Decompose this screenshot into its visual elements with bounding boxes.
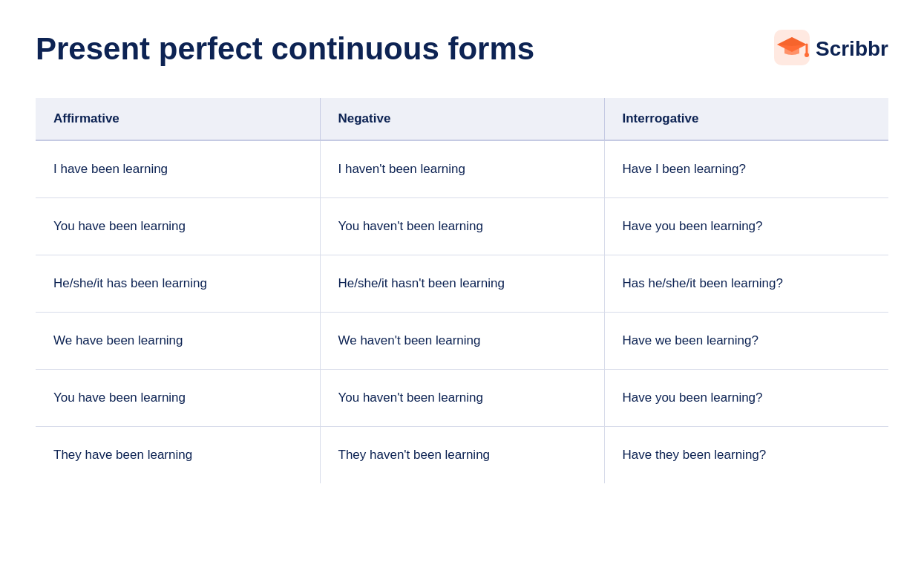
table-row: He/she/it has been learningHe/she/it has… <box>36 255 888 313</box>
cell-negative-0: I haven't been learning <box>320 140 604 198</box>
cell-affirmative-4: You have been learning <box>36 370 320 427</box>
cell-negative-3: We haven't been learning <box>320 313 604 370</box>
cell-interrogative-1: Have you been learning? <box>604 198 888 255</box>
col-header-negative: Negative <box>320 98 604 140</box>
cell-negative-2: He/she/it hasn't been learning <box>320 255 604 313</box>
col-header-interrogative: Interrogative <box>604 98 888 140</box>
cell-negative-4: You haven't been learning <box>320 370 604 427</box>
cell-interrogative-5: Have they been learning? <box>604 427 888 484</box>
cell-negative-5: They haven't been learning <box>320 427 604 484</box>
cell-affirmative-3: We have been learning <box>36 313 320 370</box>
col-header-affirmative: Affirmative <box>36 98 320 140</box>
cell-affirmative-5: They have been learning <box>36 427 320 484</box>
page-header: Present perfect continuous forms Scribbr <box>36 30 888 68</box>
svg-point-4 <box>805 53 809 57</box>
scribbr-logo-icon <box>774 30 810 68</box>
cell-affirmative-1: You have been learning <box>36 198 320 255</box>
table-row: We have been learningWe haven't been lea… <box>36 313 888 370</box>
table-row: I have been learningI haven't been learn… <box>36 140 888 198</box>
page-title: Present perfect continuous forms <box>36 32 534 66</box>
scribbr-logo-text: Scribbr <box>816 37 888 61</box>
table-row: You have been learningYou haven't been l… <box>36 370 888 427</box>
cell-interrogative-2: Has he/she/it been learning? <box>604 255 888 313</box>
cell-affirmative-2: He/she/it has been learning <box>36 255 320 313</box>
cell-negative-1: You haven't been learning <box>320 198 604 255</box>
table-row: They have been learningThey haven't been… <box>36 427 888 484</box>
cell-interrogative-4: Have you been learning? <box>604 370 888 427</box>
cell-interrogative-0: Have I been learning? <box>604 140 888 198</box>
cell-interrogative-3: Have we been learning? <box>604 313 888 370</box>
grammar-table-container: Affirmative Negative Interrogative I hav… <box>36 98 888 483</box>
cell-affirmative-0: I have been learning <box>36 140 320 198</box>
table-row: You have been learningYou haven't been l… <box>36 198 888 255</box>
table-header-row: Affirmative Negative Interrogative <box>36 98 888 140</box>
grammar-table: Affirmative Negative Interrogative I hav… <box>36 98 888 483</box>
logo: Scribbr <box>774 30 888 68</box>
